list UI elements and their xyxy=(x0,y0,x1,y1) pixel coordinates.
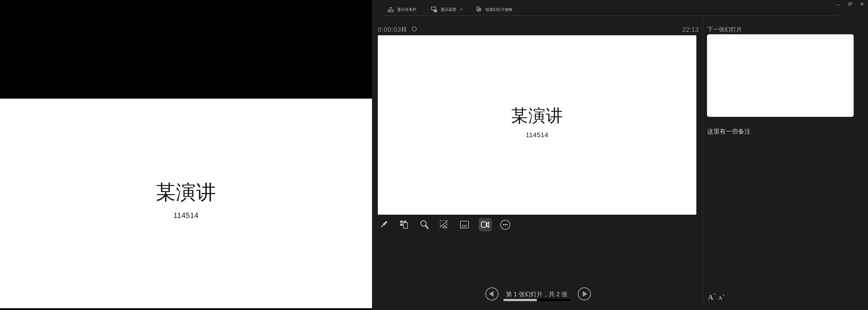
camera-icon xyxy=(480,219,491,230)
next-arrow-icon xyxy=(577,287,591,301)
pen-icon xyxy=(378,219,389,230)
elapsed-time: 0:00:03 xyxy=(378,26,401,33)
pen-tool-button[interactable] xyxy=(378,219,389,230)
slide-subtitle: 114514 xyxy=(378,131,696,138)
next-slide-label: 下一张幻灯片 xyxy=(707,26,742,33)
restore-icon xyxy=(848,2,852,6)
slide-title: 某演讲 xyxy=(0,182,372,203)
progress-fill xyxy=(503,299,537,301)
black-screen-button[interactable] xyxy=(439,219,450,230)
show-taskbar-label: 显示任务栏 xyxy=(397,7,416,12)
pause-timer-button[interactable] xyxy=(402,27,406,32)
magnifier-icon xyxy=(419,219,430,230)
subtitles-button[interactable] xyxy=(459,219,470,230)
display-settings-button[interactable]: 显示设置 ▼ xyxy=(431,5,463,13)
next-slide-button[interactable] xyxy=(577,287,591,301)
close-button[interactable] xyxy=(860,2,865,7)
taskbar-icon xyxy=(388,6,394,13)
show-taskbar-button[interactable]: 显示任务栏 xyxy=(388,5,416,13)
restart-timer-button[interactable] xyxy=(411,26,417,32)
caret-up-icon: ▲ xyxy=(714,292,716,295)
caret-down-icon: ▼ xyxy=(722,294,725,297)
projected-slideshow-display: 某演讲 114514 xyxy=(0,0,372,310)
previous-slide-button[interactable] xyxy=(485,287,499,301)
close-icon xyxy=(860,2,864,6)
see-all-slides-icon xyxy=(398,219,409,230)
minimize-button[interactable] xyxy=(835,2,840,7)
end-slideshow-icon xyxy=(475,6,482,13)
slide-subtitle: 114514 xyxy=(0,212,372,219)
camera-toggle-button[interactable] xyxy=(478,218,492,231)
current-time: 22:13 xyxy=(682,26,699,33)
slideshow-progress-bar xyxy=(503,299,570,301)
see-all-slides-button[interactable] xyxy=(398,219,409,230)
speaker-notes: 这里有一些备注 xyxy=(707,127,843,136)
minimize-icon xyxy=(837,5,839,5)
notes-font-controls: A▲ A▼ xyxy=(708,293,722,302)
end-slideshow-label: 结束幻灯片放映 xyxy=(485,7,513,12)
next-slide-thumbnail[interactable] xyxy=(707,34,854,117)
slide-position-status: 第 1 张幻灯片，共 2 张 xyxy=(504,290,569,298)
black-screen-icon xyxy=(439,219,450,230)
current-slide-preview[interactable]: 某演讲 114514 xyxy=(378,35,696,215)
zoom-slide-button[interactable] xyxy=(419,219,430,230)
end-slideshow-button[interactable]: 结束幻灯片放映 xyxy=(475,5,513,13)
decrease-font-button[interactable]: A▼ xyxy=(718,295,722,301)
increase-font-button[interactable]: A▲ xyxy=(708,293,713,302)
panel-divider xyxy=(703,16,703,302)
slide-title: 某演讲 xyxy=(378,107,696,125)
display-settings-label: 显示设置 xyxy=(441,7,456,12)
pause-icon xyxy=(402,27,403,32)
dropdown-arrow-icon: ▼ xyxy=(460,8,463,11)
more-options-button[interactable] xyxy=(500,219,511,230)
previous-arrow-icon xyxy=(485,287,499,301)
projected-slide: 某演讲 114514 xyxy=(0,99,372,308)
more-options-icon xyxy=(500,219,511,230)
screen: 某演讲 114514 显示任务栏 xyxy=(0,0,868,310)
display-settings-icon xyxy=(431,6,438,13)
restart-icon xyxy=(411,26,417,32)
restore-button[interactable] xyxy=(847,2,852,7)
titlebar-divider xyxy=(381,16,839,16)
subtitles-icon xyxy=(459,219,470,230)
presenter-view-window: 显示任务栏 xyxy=(372,0,868,310)
